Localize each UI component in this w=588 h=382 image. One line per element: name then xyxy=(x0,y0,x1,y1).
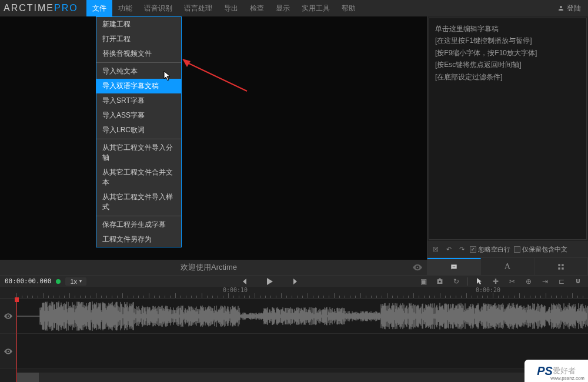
menu-item-language[interactable]: 语言处理 xyxy=(178,0,218,17)
hint-line: [按Esc键将焦点返回时间轴] xyxy=(435,59,580,71)
prev-button[interactable] xyxy=(237,277,251,286)
hint-line: [在这里按F1键控制播放与暂停] xyxy=(435,35,580,46)
timecode-display: 00:00:00.000 xyxy=(5,277,51,285)
svg-point-9 xyxy=(7,315,8,316)
menu-items: 文件 功能 语音识别 语言处理 导出 检查 显示 实用工具 帮助 xyxy=(86,0,362,17)
menu-item-check[interactable]: 检查 xyxy=(244,0,270,17)
svg-point-2 xyxy=(453,266,454,267)
hint-line: [在底部设定过滤条件] xyxy=(435,71,580,83)
menu-item-tools[interactable]: 实用工具 xyxy=(296,0,336,17)
svg-point-8 xyxy=(439,280,440,282)
menu-import-ass[interactable]: 导入ASS字幕 xyxy=(96,108,181,123)
tab-chat[interactable] xyxy=(427,258,481,275)
menubar: ARCTIMEPRO 文件 功能 语音识别 语言处理 导出 检查 显示 实用工具… xyxy=(0,0,588,16)
watermark: PS爱好者 www.psahz.com xyxy=(524,360,588,382)
menu-item-export[interactable]: 导出 xyxy=(218,0,244,17)
tab-style[interactable]: A xyxy=(481,258,534,275)
ruler-label: 0:00:10 xyxy=(223,287,248,293)
video-preview[interactable] xyxy=(0,16,427,260)
menu-item-help[interactable]: 帮助 xyxy=(336,0,362,17)
svg-rect-7 xyxy=(562,267,564,270)
pointer-tool[interactable] xyxy=(474,276,485,287)
scrollbar-handle[interactable] xyxy=(16,373,39,382)
menu-import-lrc[interactable]: 导入LRC歌词 xyxy=(96,123,181,138)
sidepanel-toolbar: ☒ ↶ ↷ 忽略空白行 仅保留包含中文 xyxy=(427,241,588,257)
visibility-icon[interactable] xyxy=(413,264,422,271)
menu-item-display[interactable]: 显示 xyxy=(270,0,296,17)
waveform-track[interactable] xyxy=(16,299,588,333)
audio-track xyxy=(0,299,588,334)
split-tool[interactable]: ✂ xyxy=(507,276,517,287)
svg-point-3 xyxy=(455,266,455,267)
menu-new-project[interactable]: 新建工程 xyxy=(96,17,181,32)
add-tool[interactable]: ✚ xyxy=(490,276,501,287)
svg-rect-6 xyxy=(558,267,560,270)
menu-save-generate[interactable]: 保存工程并生成字幕 xyxy=(96,217,181,232)
menu-save-as[interactable]: 工程文件另存为 xyxy=(96,232,181,247)
menu-replace-av[interactable]: 替换音视频文件 xyxy=(96,46,181,61)
play-button[interactable] xyxy=(263,277,277,286)
subtitle-track-body[interactable] xyxy=(16,334,588,368)
undo-icon[interactable]: ↶ xyxy=(444,244,453,254)
magnet-tool[interactable] xyxy=(573,276,583,287)
timeline-scrollbar[interactable] xyxy=(16,373,588,382)
transport-bar: 00:00:00.000 1x ▣ ↻ ✚ ✂ ⊕ ⇥ ⊏ xyxy=(0,275,588,287)
subtitle-editor[interactable]: 单击这里编辑字幕稿 [在这里按F1键控制播放与暂停] [按F9缩小字体，按F10… xyxy=(429,18,587,240)
hint-line: [按F9缩小字体，按F10放大字体] xyxy=(435,47,580,59)
preview-footer: 欢迎使用Arctime xyxy=(0,260,427,275)
menu-open-project[interactable]: 打开工程 xyxy=(96,32,181,46)
file-menu-dropdown: 新建工程 打开工程 替换音视频文件 导入纯文本 导入双语字幕文稿 导入SRT字幕… xyxy=(96,16,182,247)
next-button[interactable] xyxy=(289,277,303,286)
status-dot xyxy=(56,279,61,284)
menu-separator xyxy=(96,216,181,216)
speed-selector[interactable]: 1x xyxy=(65,277,86,286)
hint-line: 单击这里编辑字幕稿 xyxy=(435,23,580,35)
svg-point-1 xyxy=(453,266,453,267)
drag-tool[interactable]: ⊕ xyxy=(523,276,534,287)
menu-separator xyxy=(96,62,181,63)
timeline-ruler[interactable]: 0:00:10 0:00:20 xyxy=(0,287,588,299)
menu-merge-text[interactable]: 从其它工程文件合并文本 xyxy=(96,165,181,190)
svg-point-10 xyxy=(7,350,8,351)
track-visibility[interactable] xyxy=(0,334,16,368)
capture-icon[interactable]: ▣ xyxy=(418,276,429,287)
user-icon xyxy=(557,5,564,12)
tab-group[interactable] xyxy=(534,258,588,275)
menu-import-srt[interactable]: 导入SRT字幕 xyxy=(96,93,181,108)
track-visibility[interactable] xyxy=(0,299,16,333)
ignore-blank-checkbox[interactable]: 忽略空白行 xyxy=(470,245,510,254)
timeline: 0:00:10 0:00:20 xyxy=(0,287,588,382)
ruler-label: 0:00:20 xyxy=(476,287,500,293)
trash-icon[interactable]: ☒ xyxy=(431,244,440,254)
bracket-tool[interactable]: ⊏ xyxy=(556,276,567,287)
menu-separator xyxy=(96,139,181,139)
svg-rect-4 xyxy=(558,264,560,266)
waveform xyxy=(16,299,588,334)
group-icon xyxy=(557,263,565,271)
keep-chinese-checkbox[interactable]: 仅保留包含中文 xyxy=(514,245,567,254)
preview-panel: 欢迎使用Arctime xyxy=(0,16,427,275)
subtitle-sidepanel: 单击这里编辑字幕稿 [在这里按F1键控制播放与暂停] [按F9缩小字体，按F10… xyxy=(427,16,588,275)
camera-icon[interactable] xyxy=(435,276,445,287)
welcome-text: 欢迎使用Arctime xyxy=(5,262,413,273)
chat-icon xyxy=(449,263,459,272)
login-button[interactable]: 登陆 xyxy=(557,4,584,14)
menu-item-file[interactable]: 文件 xyxy=(86,0,112,17)
app-logo: ARCTIMEPRO xyxy=(4,3,78,14)
main-area: 欢迎使用Arctime 单击这里编辑字幕稿 [在这里按F1键控制播放与暂停] [… xyxy=(0,16,588,275)
menu-import-style[interactable]: 从其它工程文件导入样式 xyxy=(96,190,181,215)
sidepanel-tabs: A xyxy=(427,257,588,275)
refresh-icon[interactable]: ↻ xyxy=(451,276,462,287)
subtitle-track xyxy=(0,334,588,369)
redo-icon[interactable]: ↷ xyxy=(457,244,466,254)
timeline-tracks xyxy=(0,299,588,382)
playhead[interactable] xyxy=(16,299,17,382)
menu-import-timing[interactable]: 从其它工程文件导入分轴 xyxy=(96,140,181,165)
svg-point-0 xyxy=(417,267,419,269)
menu-item-speech[interactable]: 语音识别 xyxy=(138,0,178,17)
menu-item-function[interactable]: 功能 xyxy=(112,0,138,17)
merge-tool[interactable]: ⇥ xyxy=(540,276,550,287)
svg-rect-5 xyxy=(562,264,564,266)
cursor-icon xyxy=(163,71,172,81)
